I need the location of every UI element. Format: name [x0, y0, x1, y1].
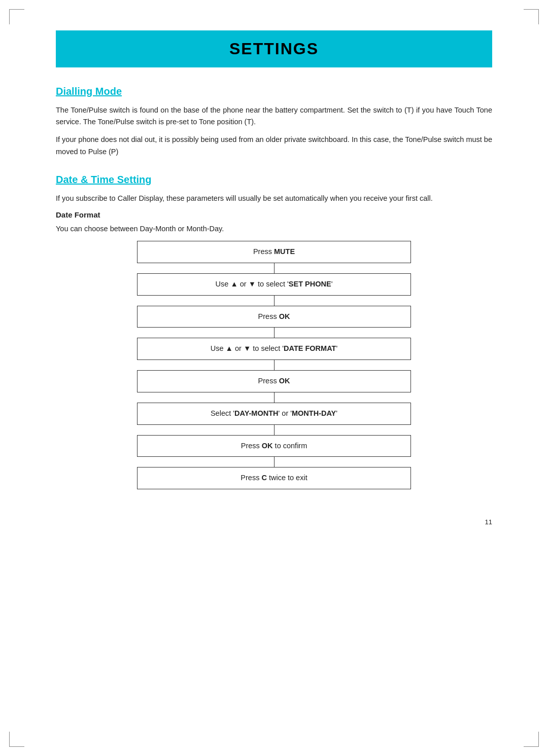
page-title: SETTINGS — [56, 40, 492, 58]
corner-mark-tr — [524, 9, 539, 24]
corner-mark-br — [524, 732, 539, 747]
flow-connector-5 — [274, 392, 275, 403]
date-time-intro: If you subscribe to Caller Display, thes… — [56, 193, 492, 204]
flow-connector-6 — [274, 425, 275, 435]
flow-step-4: Use ▲ or ▼ to select 'DATE FORMAT' — [137, 338, 411, 360]
date-format-subtitle: Date Format — [56, 210, 492, 219]
dialling-mode-section: Dialling Mode The Tone/Pulse switch is f… — [56, 86, 492, 158]
flow-connector-2 — [274, 296, 275, 306]
dialling-mode-title: Dialling Mode — [56, 86, 492, 97]
date-time-title: Date & Time Setting — [56, 174, 492, 186]
date-time-section: Date & Time Setting If you subscribe to … — [56, 174, 492, 489]
flow-connector-1 — [274, 263, 275, 273]
dialling-mode-para1: The Tone/Pulse switch is found on the ba… — [56, 104, 492, 128]
flow-connector-3 — [274, 328, 275, 338]
corner-mark-bl — [9, 732, 24, 747]
flow-step-5: Press OK — [137, 370, 411, 392]
corner-mark-tl — [9, 9, 24, 24]
flow-step-6: Select 'DAY-MONTH' or 'MONTH-DAY' — [137, 403, 411, 425]
date-format-subsection: Date Format You can choose between Day-M… — [56, 210, 492, 489]
flow-step-1: Press MUTE — [137, 241, 411, 263]
flow-step-3: Press OK — [137, 306, 411, 328]
page-number: 11 — [485, 518, 492, 526]
flow-connector-4 — [274, 360, 275, 370]
header-bar: SETTINGS — [56, 30, 492, 67]
flow-diagram: Press MUTE Use ▲ or ▼ to select 'SET PHO… — [56, 241, 492, 489]
flow-step-8: Press C twice to exit — [137, 467, 411, 489]
flow-connector-7 — [274, 457, 275, 467]
flow-step-7: Press OK to confirm — [137, 435, 411, 457]
flow-step-2: Use ▲ or ▼ to select 'SET PHONE' — [137, 273, 411, 296]
dialling-mode-para2: If your phone does not dial out, it is p… — [56, 134, 492, 157]
date-format-description: You can choose between Day-Month or Mont… — [56, 223, 492, 235]
